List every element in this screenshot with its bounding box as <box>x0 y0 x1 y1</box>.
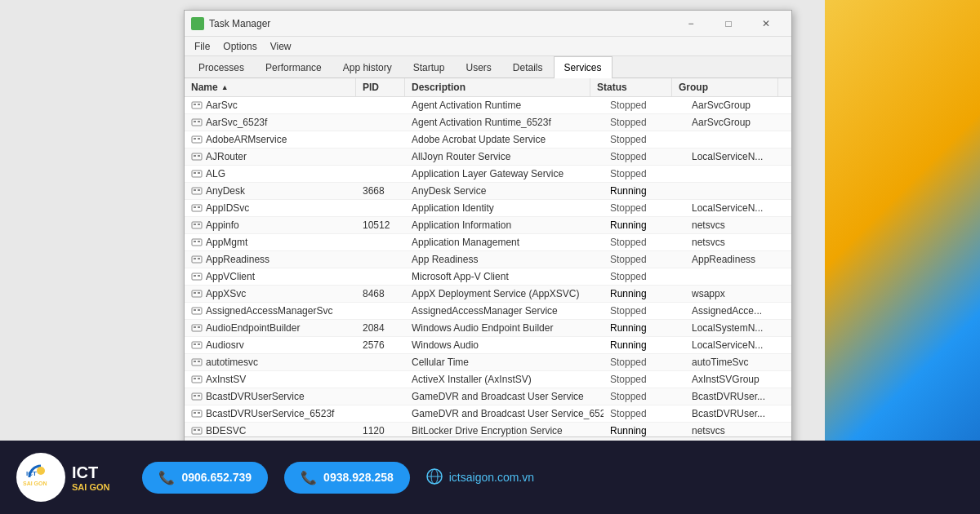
tab-details[interactable]: Details <box>502 56 554 78</box>
table-row[interactable]: autotimesvc Cellular Time Stopped autoTi… <box>185 354 791 371</box>
svc-group: netsvcs <box>685 423 791 436</box>
table-row[interactable]: AxInstSV ActiveX Installer (AxInstSV) St… <box>185 371 791 388</box>
svg-rect-13 <box>192 153 202 160</box>
table-body[interactable]: AarSvc Agent Activation Runtime Stopped … <box>185 97 791 436</box>
tab-app-history[interactable]: App history <box>332 56 403 78</box>
svc-group <box>685 131 791 148</box>
service-icon <box>191 339 203 351</box>
table-row[interactable]: Appinfo 10512 Application Information Ru… <box>185 217 791 234</box>
svc-status: Running <box>604 423 685 436</box>
svc-pid <box>356 354 405 370</box>
svc-description: AssignedAccessManager Service <box>405 303 604 319</box>
close-button[interactable]: ✕ <box>747 11 785 37</box>
table-row[interactable]: AppReadiness App Readiness Stopped AppRe… <box>185 251 791 268</box>
col-description[interactable]: Description <box>405 78 590 96</box>
window-icon <box>191 17 204 30</box>
table-row[interactable]: AarSvc_6523f Agent Activation Runtime_65… <box>185 114 791 131</box>
svc-group: BcastDVRUser... <box>685 388 791 405</box>
table-row[interactable]: BcastDVRUserService_6523f GameDVR and Br… <box>185 405 791 423</box>
svc-group <box>685 166 791 182</box>
tab-startup[interactable]: Startup <box>403 56 456 78</box>
svc-description: Agent Activation Runtime <box>405 97 604 113</box>
svc-name: BcastDVRUserService <box>185 388 356 405</box>
minimize-button[interactable]: − <box>672 11 710 37</box>
table-row[interactable]: AppXSvc 8468 AppX Deployment Service (Ap… <box>185 286 791 303</box>
table-row[interactable]: AnyDesk 3668 AnyDesk Service Running <box>185 183 791 200</box>
col-name[interactable]: Name ▲ <box>185 78 356 96</box>
svc-group: LocalServiceN... <box>685 200 791 216</box>
svc-description: AppX Deployment Service (AppXSVC) <box>405 286 604 302</box>
svg-rect-53 <box>194 378 196 379</box>
svc-name: AppReadiness <box>185 251 356 268</box>
svg-rect-30 <box>198 241 200 242</box>
svg-rect-62 <box>194 429 196 431</box>
svc-name: AxInstSV <box>185 371 356 388</box>
table-row[interactable]: AarSvc Agent Activation Runtime Stopped … <box>185 97 791 114</box>
task-manager-window: Task Manager − □ ✕ File Options View Pro… <box>184 10 792 467</box>
tab-users[interactable]: Users <box>455 56 501 78</box>
menu-options[interactable]: Options <box>216 39 263 54</box>
maximize-button[interactable]: □ <box>710 11 747 37</box>
svg-rect-33 <box>198 258 200 259</box>
svg-rect-26 <box>194 224 196 225</box>
tab-performance[interactable]: Performance <box>255 56 332 78</box>
sort-asc-icon: ▲ <box>221 83 229 91</box>
tab-services[interactable]: Services <box>554 56 612 78</box>
svg-rect-19 <box>192 188 202 194</box>
table-row[interactable]: Audiosrv 2576 Windows Audio Running Loca… <box>185 337 791 354</box>
service-icon <box>191 322 203 334</box>
svc-pid <box>356 131 405 148</box>
table-row[interactable]: AssignedAccessManagerSvc AssignedAccessM… <box>185 303 791 320</box>
col-pid[interactable]: PID <box>356 78 405 96</box>
svc-pid: 8468 <box>356 286 405 302</box>
table-row[interactable]: BcastDVRUserService GameDVR and Broadcas… <box>185 388 791 405</box>
table-row[interactable]: AppIDSvc Application Identity Stopped Lo… <box>185 200 791 217</box>
svc-description: Application Management <box>405 234 604 250</box>
svg-rect-15 <box>198 155 200 157</box>
svg-rect-61 <box>192 428 202 434</box>
tab-processes[interactable]: Processes <box>188 56 255 78</box>
svc-name: AJRouter <box>185 148 356 165</box>
svg-rect-40 <box>192 308 202 314</box>
service-icon <box>191 254 203 265</box>
svc-pid <box>356 268 405 285</box>
col-group[interactable]: Group <box>672 78 778 96</box>
svc-group: AxInstSVGroup <box>685 371 791 388</box>
website-link[interactable]: ictsaigon.com.vn <box>426 468 534 487</box>
svc-description: Application Information <box>405 217 604 233</box>
svc-status: Stopped <box>604 354 685 370</box>
svg-rect-56 <box>194 395 196 397</box>
svg-rect-17 <box>194 172 196 174</box>
phone2-button[interactable]: 📞 0938.928.258 <box>284 462 410 494</box>
svc-group <box>685 268 791 285</box>
service-icon <box>191 408 203 419</box>
svc-name: AssignedAccessManagerSvc <box>185 303 356 319</box>
side-decoration-right <box>825 0 980 514</box>
table-row[interactable]: AdobeARMservice Adobe Acrobat Update Ser… <box>185 131 791 148</box>
table-row[interactable]: AppVClient Microsoft App-V Client Stoppe… <box>185 268 791 286</box>
col-status[interactable]: Status <box>590 78 672 96</box>
svc-name: AarSvc_6523f <box>185 114 356 131</box>
table-row[interactable]: AudioEndpointBuilder 2084 Windows Audio … <box>185 320 791 337</box>
menu-view[interactable]: View <box>264 39 298 54</box>
svg-rect-28 <box>192 239 202 246</box>
table-row[interactable]: ALG Application Layer Gateway Service St… <box>185 166 791 183</box>
table-row[interactable]: AppMgmt Application Management Stopped n… <box>185 234 791 251</box>
service-icon <box>191 271 203 282</box>
table-row[interactable]: BDESVC 1120 BitLocker Drive Encryption S… <box>185 423 791 436</box>
logo-text-area: ICT SAI GON <box>72 463 109 492</box>
phone1-button[interactable]: 📞 0906.652.739 <box>142 462 268 494</box>
svg-rect-24 <box>198 206 200 208</box>
svc-group: AarSvcGroup <box>685 97 791 113</box>
svg-rect-60 <box>198 412 200 414</box>
menu-file[interactable]: File <box>188 39 216 54</box>
svc-status: Running <box>604 337 685 353</box>
table-row[interactable]: AJRouter AllJoyn Router Service Stopped … <box>185 148 791 166</box>
service-icon <box>191 202 203 214</box>
svg-rect-6 <box>198 104 200 105</box>
service-icon <box>191 237 203 248</box>
svc-description: Application Identity <box>405 200 604 216</box>
svg-rect-12 <box>198 138 200 140</box>
scrollbar-header <box>778 78 791 96</box>
window-controls: − □ ✕ <box>672 11 785 37</box>
